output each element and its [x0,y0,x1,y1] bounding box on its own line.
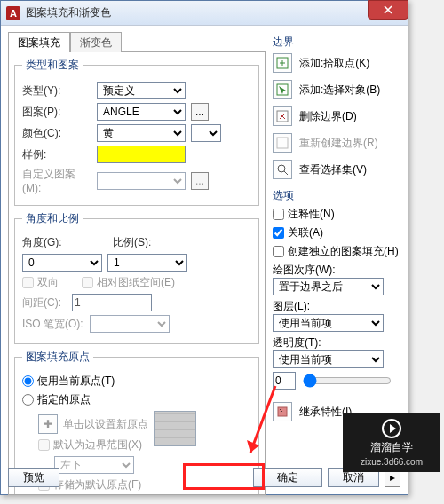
pattern-browse-button[interactable]: ... [191,103,209,121]
add-pick-icon[interactable] [273,53,292,73]
scale-select[interactable]: 1 [107,254,187,272]
close-icon [384,5,392,14]
color2-select[interactable] [191,124,221,142]
tab-gradient[interactable]: 渐变色 [70,32,122,52]
annotative-checkbox[interactable] [273,209,284,220]
transparency-label: 透明度(T): [273,336,321,349]
recreate-boundary-label: 重新创建边界(R) [299,136,378,151]
add-select-label[interactable]: 添加:选择对象(B) [299,83,380,98]
svg-point-4 [278,165,285,172]
tab-hatch[interactable]: 图案填充 [8,32,70,52]
default-extent-checkbox [38,439,50,451]
click-set-origin-label: 单击以设置新原点 [63,417,148,432]
pattern-select[interactable]: ANGLE [97,103,186,121]
remove-boundary-icon[interactable] [273,106,292,126]
draworder-select[interactable]: 置于边界之后 [273,278,384,295]
app-icon: A [6,6,20,20]
double-label: 双向 [37,275,59,290]
transparency-slider[interactable] [303,374,392,388]
preview-button[interactable]: 预览 [8,468,59,487]
view-selection-icon[interactable] [273,160,292,179]
independent-checkbox[interactable] [273,246,284,257]
custom-browse-button: ... [191,172,209,190]
view-selection-label[interactable]: 查看选择集(V) [299,162,367,177]
associative-label: 关联(A) [288,225,323,240]
transparency-value-input[interactable] [273,372,296,390]
specify-origin-radio[interactable] [22,394,34,406]
inherit-icon[interactable] [273,402,292,421]
spacing-input [72,294,152,311]
angle-label: 角度(G): [22,235,67,250]
transparency-select[interactable]: 使用当前项 [273,350,384,368]
draworder-label: 绘图次序(W): [273,264,336,276]
remove-boundary-label[interactable]: 删除边界(D) [299,109,357,124]
default-extent-label: 默认为边界范围(X) [53,437,142,453]
associative-checkbox[interactable] [273,227,284,239]
color-select[interactable]: 黄 [97,124,186,142]
iso-label: ISO 笔宽(O): [22,317,84,332]
custom-pattern-select [97,172,186,190]
paperspace-label: 相对图纸空间(E) [97,275,175,290]
legend-type-pattern: 类型和图案 [22,58,83,73]
layer-select[interactable]: 使用当前项 [273,314,384,332]
paperspace-checkbox [82,277,93,288]
window-title: 图案填充和渐变色 [26,5,111,20]
type-label: 类型(Y): [22,83,91,98]
double-checkbox [22,277,34,288]
independent-label: 创建独立的图案填充(H) [288,244,399,259]
origin-preview-icon [154,411,196,446]
custom-pattern-label: 自定义图案(M): [22,167,91,194]
scale-label: 比例(S): [113,235,157,250]
iso-select [90,315,170,333]
close-button[interactable] [368,0,408,20]
color-label: 颜色(C): [22,126,91,141]
add-pick-label[interactable]: 添加:拾取点(K) [299,56,369,71]
ok-button[interactable]: 确定 [253,468,322,487]
set-origin-icon: ✚ [38,414,58,434]
sample-swatch[interactable] [97,146,186,163]
legend-angle-scale: 角度和比例 [22,211,83,226]
type-select[interactable]: 预定义 [97,82,186,99]
use-current-origin-radio[interactable] [22,375,34,387]
layer-label: 图层(L): [273,300,310,312]
play-icon [382,419,401,438]
watermark: 溜溜自学 zixue.3d66.com [343,413,440,472]
boundary-heading: 边界 [273,35,400,50]
annotative-label: 注释性(N) [288,207,335,222]
pattern-label: 图案(P): [22,105,91,120]
sample-label: 样例: [22,147,91,162]
angle-select[interactable]: 0 [22,254,102,272]
add-select-icon[interactable] [273,80,292,99]
use-current-origin-label: 使用当前原点(T) [37,374,115,389]
recreate-boundary-icon [273,133,292,153]
svg-rect-3 [277,138,288,148]
legend-origin: 图案填充原点 [22,350,93,365]
options-heading: 选项 [273,188,400,203]
spacing-label: 间距(C): [22,295,67,311]
specify-origin-label: 指定的原点 [37,392,91,407]
